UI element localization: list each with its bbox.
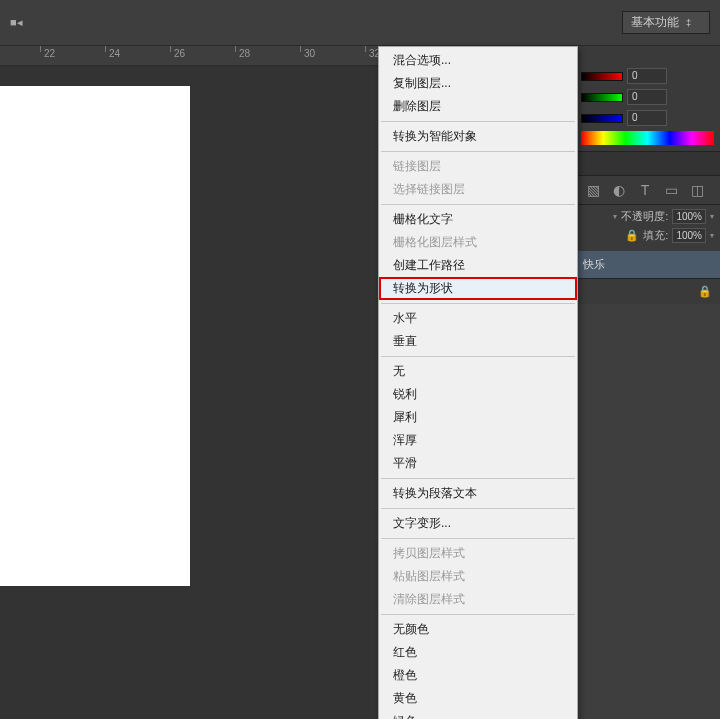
filter-text-icon[interactable]: T [637,182,653,198]
menu-separator [381,538,575,539]
menu-item[interactable]: 水平 [379,307,577,330]
chevron-down-icon[interactable]: ▾ [710,212,714,221]
lock-icon[interactable]: 🔒 [625,229,639,242]
menu-separator [381,508,575,509]
color-panel: 0 0 0 [575,46,720,152]
layer-options: ▾ 不透明度: 100% ▾ 🔒 填充: 100% ▾ [575,205,720,251]
menu-item[interactable]: 创建工作路径 [379,254,577,277]
menu-item[interactable]: 橙色 [379,664,577,687]
layer-lock-row: 🔒 [575,278,720,304]
color-row-b: 0 [581,110,714,126]
menu-item[interactable]: 红色 [379,641,577,664]
menu-separator [381,303,575,304]
menu-item[interactable]: 平滑 [379,452,577,475]
fill-label: 填充: [643,228,668,243]
menu-item[interactable]: 无 [379,360,577,383]
menu-item[interactable]: 黄色 [379,687,577,710]
menu-item: 拷贝图层样式 [379,542,577,565]
menu-separator [381,614,575,615]
layer-context-menu: 混合选项...复制图层...删除图层转换为智能对象链接图层选择链接图层栅格化文字… [378,46,578,719]
menu-item[interactable]: 犀利 [379,406,577,429]
filter-adjust-icon[interactable]: ◐ [611,182,627,198]
menu-item: 栅格化图层样式 [379,231,577,254]
filter-image-icon[interactable]: ▧ [585,182,601,198]
layer-item[interactable]: 快乐 [575,251,720,278]
menu-item[interactable]: 绿色 [379,710,577,719]
color-spectrum[interactable] [581,131,714,145]
menu-item[interactable]: 栅格化文字 [379,208,577,231]
menu-item[interactable]: 锐利 [379,383,577,406]
green-value[interactable]: 0 [627,89,667,105]
workspace-label: 基本功能 [631,15,679,29]
chevron-down-icon[interactable]: ▾ [613,212,617,221]
menu-item: 链接图层 [379,155,577,178]
layer-filter-icons: ▧ ◐ T ▭ ◫ [575,176,720,205]
menu-separator [381,478,575,479]
menu-item[interactable]: 转换为段落文本 [379,482,577,505]
opacity-row: ▾ 不透明度: 100% ▾ [581,209,714,224]
menu-item[interactable]: 无颜色 [379,618,577,641]
menu-item[interactable]: 转换为形状 [379,277,577,300]
panel-tabs[interactable] [575,152,720,176]
workspace-selector[interactable]: 基本功能 ‡ [622,11,710,34]
menu-item[interactable]: 垂直 [379,330,577,353]
fill-row: 🔒 填充: 100% ▾ [581,228,714,243]
document-canvas[interactable] [0,86,190,586]
green-slider[interactable] [581,93,623,102]
menu-item[interactable]: 文字变形... [379,512,577,535]
menu-item[interactable]: 转换为智能对象 [379,125,577,148]
opacity-value[interactable]: 100% [672,209,706,224]
layer-name: 快乐 [583,257,605,272]
opacity-label: 不透明度: [621,209,668,224]
menu-separator [381,151,575,152]
blue-value[interactable]: 0 [627,110,667,126]
filter-smart-icon[interactable]: ◫ [689,182,705,198]
lock-icon[interactable]: 🔒 [698,285,712,298]
menu-separator [381,204,575,205]
menu-item[interactable]: 删除图层 [379,95,577,118]
filter-shape-icon[interactable]: ▭ [663,182,679,198]
fill-value[interactable]: 100% [672,228,706,243]
color-row-g: 0 [581,89,714,105]
video-icon: ■◂ [10,16,23,29]
menu-item: 粘贴图层样式 [379,565,577,588]
menu-separator [381,356,575,357]
top-bar: ■◂ 基本功能 ‡ [0,0,720,46]
blue-slider[interactable] [581,114,623,123]
menu-item: 清除图层样式 [379,588,577,611]
color-row-r: 0 [581,68,714,84]
menu-item[interactable]: 复制图层... [379,72,577,95]
menu-item: 选择链接图层 [379,178,577,201]
chevron-down-icon[interactable]: ▾ [710,231,714,240]
right-panels: 0 0 0 ▧ ◐ T ▭ ◫ ▾ 不透明度: 100% ▾ 🔒 填充: 100… [575,46,720,719]
red-slider[interactable] [581,72,623,81]
menu-item[interactable]: 浑厚 [379,429,577,452]
menu-item[interactable]: 混合选项... [379,49,577,72]
menu-separator [381,121,575,122]
dropdown-arrows-icon: ‡ [686,18,691,28]
red-value[interactable]: 0 [627,68,667,84]
